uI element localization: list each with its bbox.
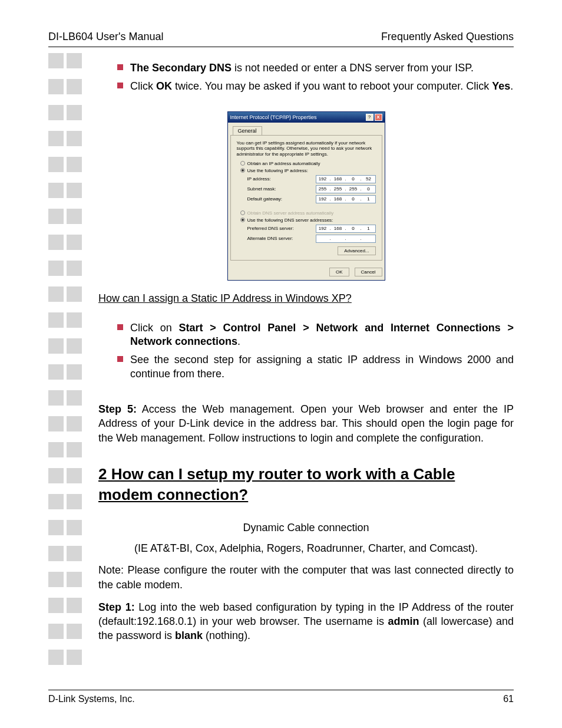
ok-button[interactable]: OK <box>329 268 349 276</box>
bullet-icon <box>117 324 123 330</box>
preferred-dns-field: Preferred DNS server: 192.168.0.1 <box>247 225 376 233</box>
radio-obtain-dns: Obtain DNS server address automatically <box>240 210 376 216</box>
ip-address-field: IP address: 192.168.0.52 <box>247 175 376 183</box>
radio-use-dns[interactable]: Use the following DNS server addresses: <box>240 218 376 223</box>
cancel-button[interactable]: Cancel <box>355 268 382 276</box>
gateway-field: Default gateway: 192.168.0.1 <box>247 195 376 203</box>
alternate-dns-field: Alternate DNS server: ... <box>247 235 376 243</box>
tab-general[interactable]: General <box>233 126 262 135</box>
header-right: Frequently Asked Questions <box>381 31 514 43</box>
step5-paragraph: Step 5: Access the Web management. Open … <box>98 402 514 445</box>
page-header: DI-LB604 User's Manual Frequently Asked … <box>48 31 514 47</box>
list-item: Click on Start > Control Panel > Network… <box>117 321 514 349</box>
preferred-dns-input[interactable]: 192.168.0.1 <box>316 225 376 233</box>
list-item: Click OK twice. You may be asked if you … <box>117 80 514 93</box>
footer-left: D-Link Systems, Inc. <box>48 694 135 704</box>
tcpip-properties-dialog: Internet Protocol (TCP/IP) Properties ? … <box>227 111 385 281</box>
radio-obtain-ip[interactable]: Obtain an IP address automatically <box>240 161 376 166</box>
alternate-dns-input[interactable]: ... <box>316 235 376 243</box>
isp-examples-line: (IE AT&T-BI, Cox, Adelphia, Rogers, Road… <box>98 542 514 555</box>
bullet-list-top: The Secondary DNS is not needed or enter… <box>117 61 514 94</box>
subnet-mask-input[interactable]: 255.255.255.0 <box>316 185 376 193</box>
dialog-title: Internet Protocol (TCP/IP) Properties <box>230 114 317 120</box>
list-item: See the second step for assigning a stat… <box>117 353 514 381</box>
list-item: The Secondary DNS is not needed or enter… <box>117 61 514 75</box>
note-paragraph: Note: Please configure the router with t… <box>98 563 514 592</box>
dialog-titlebar: Internet Protocol (TCP/IP) Properties ? … <box>228 112 385 123</box>
dialog-description: You can get IP settings assigned automat… <box>237 140 376 157</box>
header-left: DI-LB604 User's Manual <box>48 31 164 43</box>
gateway-input[interactable]: 192.168.0.1 <box>316 195 376 203</box>
section-heading-cable: 2 How can I setup my router to work with… <box>98 464 514 505</box>
page-footer: D-Link Systems, Inc. 61 <box>48 690 514 704</box>
bullet-icon <box>117 64 123 70</box>
close-icon[interactable]: X <box>375 114 382 121</box>
radio-use-ip[interactable]: Use the following IP address: <box>240 168 376 173</box>
bullet-icon <box>117 83 123 88</box>
step1-paragraph: Step 1: Log into the web based configura… <box>98 600 514 643</box>
subnet-mask-field: Subnet mask: 255.255.255.0 <box>247 185 376 193</box>
help-icon[interactable]: ? <box>366 114 373 121</box>
footer-page-number: 61 <box>503 694 514 704</box>
dynamic-cable-line: Dynamic Cable connection <box>98 522 514 534</box>
question-heading-xp: How can I assign a Static IP Address in … <box>98 292 514 305</box>
decorative-sidebar <box>48 53 82 676</box>
ip-address-input[interactable]: 192.168.0.52 <box>316 175 376 183</box>
advanced-button[interactable]: Advanced... <box>338 246 375 255</box>
bullet-icon <box>117 356 123 362</box>
bullet-list-mid: Click on Start > Control Panel > Network… <box>117 321 514 381</box>
